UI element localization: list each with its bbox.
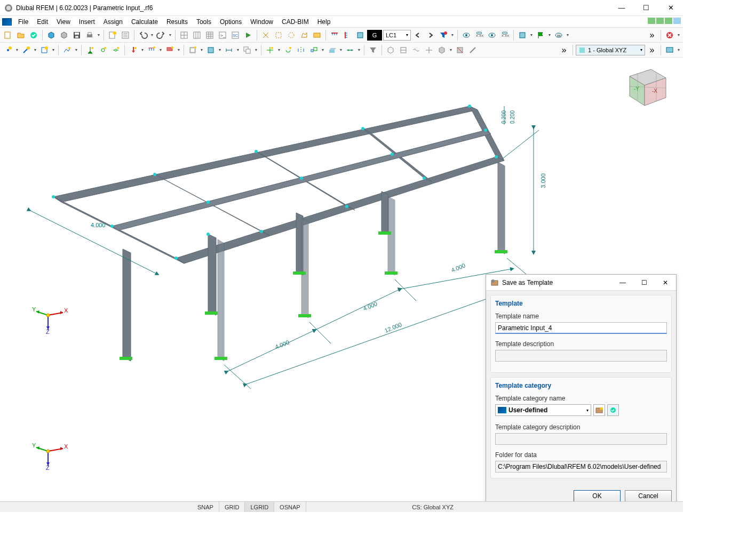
menu-options[interactable]: Options (216, 17, 246, 27)
filter-red-icon[interactable] (438, 29, 449, 41)
dropdown-icon[interactable]: ▼ (51, 48, 55, 52)
scale-icon[interactable] (308, 44, 320, 56)
view-eye2-icon[interactable] (486, 29, 498, 41)
rotate-icon[interactable] (282, 44, 294, 56)
select-window-icon[interactable] (311, 29, 323, 41)
cancel-button[interactable]: Cancel (625, 490, 672, 502)
dropdown-icon[interactable]: ▼ (566, 33, 570, 37)
view-front-icon[interactable] (398, 44, 409, 56)
dropdown-icon[interactable]: ▼ (74, 48, 78, 52)
move-icon[interactable] (264, 44, 276, 56)
dialog-minimize-button[interactable]: ― (612, 275, 633, 291)
cloud-icon[interactable] (28, 29, 39, 41)
dropdown-icon[interactable]: ▼ (254, 48, 258, 52)
dropdown-icon[interactable]: ▼ (677, 33, 681, 37)
dropdown-icon[interactable]: ▼ (450, 33, 455, 37)
coord-system-select[interactable]: 1 - Global XYZ▾ (576, 45, 645, 55)
node-icon[interactable] (2, 44, 14, 56)
clip-icon[interactable] (454, 44, 466, 56)
copy-icon[interactable] (241, 44, 253, 56)
menu-cadbim[interactable]: CAD-BIM (277, 17, 313, 27)
load-top-icon[interactable] (329, 29, 340, 41)
overflow-icon[interactable]: » (646, 29, 658, 41)
template-name-input[interactable] (495, 322, 667, 334)
select-lasso-icon[interactable] (260, 29, 272, 41)
release-icon[interactable] (110, 44, 122, 56)
dialog-titlebar[interactable]: Save as Template ― ☐ ✕ (486, 275, 676, 291)
display-icon[interactable] (664, 44, 676, 56)
dropdown-icon[interactable]: ▼ (339, 48, 343, 52)
dropdown-icon[interactable]: ▼ (15, 48, 19, 52)
menu-assign[interactable]: Assign (99, 17, 127, 27)
category-folder-button[interactable] (593, 404, 605, 416)
dropdown-icon[interactable]: ▼ (677, 48, 681, 52)
nav-cube[interactable]: -Y -X (619, 63, 672, 111)
dialog-close-button[interactable]: ✕ (655, 275, 676, 291)
menu-view[interactable]: View (52, 17, 75, 27)
dialog-maximize-button[interactable]: ☐ (633, 275, 655, 291)
select-poly-icon[interactable] (298, 29, 310, 41)
member-icon[interactable] (20, 44, 32, 56)
load-side-icon[interactable] (341, 29, 353, 41)
view-flag-icon[interactable] (535, 29, 546, 41)
menu-window[interactable]: Window (246, 17, 277, 27)
opening-icon[interactable] (187, 44, 198, 56)
measure-icon[interactable] (467, 44, 479, 56)
table-icon[interactable] (178, 29, 190, 41)
new-star-icon[interactable] (107, 29, 118, 41)
undo-icon[interactable] (137, 29, 149, 41)
view-label2-icon[interactable]: x.xx (499, 29, 511, 41)
dropdown-icon[interactable]: ▼ (97, 33, 101, 37)
open-icon[interactable] (15, 29, 27, 41)
dropdown-icon[interactable]: ▼ (277, 48, 281, 52)
load-line-icon[interactable] (146, 44, 157, 56)
dropdown-icon[interactable]: ▼ (449, 48, 453, 52)
section-icon[interactable] (354, 29, 366, 41)
dropdown-icon[interactable]: ▼ (177, 48, 181, 52)
divide-icon[interactable] (344, 44, 356, 56)
minimize-button[interactable]: ― (609, 0, 634, 16)
cube-grey-icon[interactable] (58, 29, 70, 41)
category-select[interactable]: User-defined▾ (495, 404, 591, 416)
overflow2-icon[interactable]: » (646, 44, 658, 56)
dimension-icon[interactable] (223, 44, 235, 56)
maximize-button[interactable]: ☐ (634, 0, 658, 16)
overflow-icon[interactable]: » (558, 44, 570, 56)
redo-icon[interactable] (155, 29, 167, 41)
table2-icon[interactable] (191, 29, 203, 41)
loadcase-type[interactable]: G (367, 30, 382, 41)
extrude-icon[interactable] (326, 44, 338, 56)
dropdown-icon[interactable]: ▼ (236, 48, 240, 52)
category-desc-input[interactable] (495, 433, 667, 445)
dropdown-icon[interactable]: ▼ (547, 33, 552, 37)
close-button[interactable]: ✕ (658, 0, 683, 16)
menu-help[interactable]: Help (313, 17, 335, 27)
dropdown-icon[interactable]: ▼ (33, 48, 37, 52)
dropdown-icon[interactable]: ▼ (140, 48, 145, 52)
run-icon[interactable] (242, 29, 254, 41)
console-icon[interactable]: >_ (217, 29, 228, 41)
load-area-icon[interactable] (164, 44, 176, 56)
loadcase-select[interactable]: LC1▾ (383, 30, 411, 41)
dropdown-icon[interactable]: ▼ (158, 48, 163, 52)
prev-icon[interactable] (412, 29, 424, 41)
category-cloud-button[interactable] (607, 404, 619, 416)
view-deformed-icon[interactable] (410, 44, 422, 56)
menu-insert[interactable]: Insert (75, 17, 99, 27)
dropdown-icon[interactable]: ▼ (200, 48, 204, 52)
mirror-icon[interactable] (295, 44, 307, 56)
menu-calculate[interactable]: Calculate (127, 17, 162, 27)
list-icon[interactable] (120, 29, 131, 41)
view-eye3-icon[interactable]: xx (553, 29, 565, 41)
dropdown-icon[interactable]: ▼ (321, 48, 325, 52)
new-icon[interactable] (2, 29, 14, 41)
hinge-icon[interactable] (97, 44, 109, 56)
template-desc-input[interactable] (495, 350, 667, 362)
view-iso-icon[interactable] (385, 44, 396, 56)
view-solid-icon[interactable] (436, 44, 448, 56)
status-grid[interactable]: GRID (219, 502, 245, 512)
status-snap[interactable]: SNAP (192, 502, 219, 512)
save-icon[interactable] (71, 29, 83, 41)
solid-icon[interactable] (205, 44, 217, 56)
view-eye-icon[interactable] (460, 29, 472, 41)
